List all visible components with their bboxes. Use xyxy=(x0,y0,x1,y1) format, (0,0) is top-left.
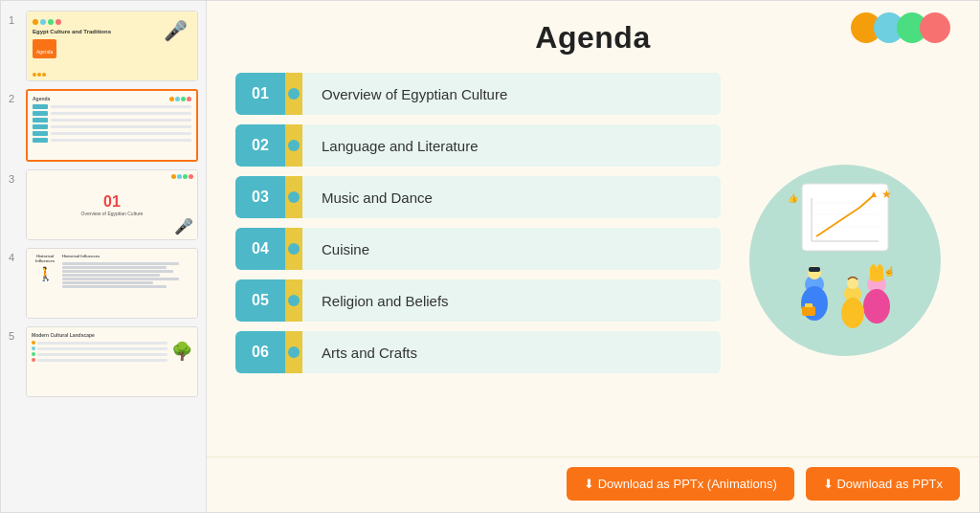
slide-num-3: 3 xyxy=(9,173,20,185)
svg-text:☝️: ☝️ xyxy=(883,265,896,278)
puzzle-icon-1 xyxy=(285,73,302,115)
slide-thumb-1[interactable]: 1 Egypt Culture and Traditions Agenda xyxy=(9,11,198,81)
agenda-label-3: Music and Dance xyxy=(302,176,721,218)
slide5-title: Modern Cultural Landscape xyxy=(32,332,192,338)
agenda-item-1: 01 Overview of Egyptian Culture xyxy=(235,73,721,115)
illustration-circle: ★ 👍 xyxy=(749,165,941,356)
slide-preview-3: 01 Overview of Egyptian Culture 🎤 xyxy=(26,169,198,240)
agenda-num-6: 06 xyxy=(235,331,285,373)
slide-num-5: 5 xyxy=(9,330,20,342)
puzzle-icon-3 xyxy=(285,176,302,218)
svg-rect-25 xyxy=(802,306,815,316)
app-container: 1 Egypt Culture and Traditions Agenda xyxy=(0,0,980,513)
agenda-list: 01 Overview of Egyptian Culture 02 Langu… xyxy=(235,73,721,447)
slide-content: Agenda 01 Overview of Egyptian Culture 0… xyxy=(207,1,979,457)
thumb2-agenda-label: Agenda xyxy=(33,96,50,101)
slide-thumb-4[interactable]: 4 Historical Influences 🚶 Historical Inf… xyxy=(9,248,198,319)
agenda-item-2: 02 Language and Literature xyxy=(235,124,721,167)
slide-preview-1: Egypt Culture and Traditions Agenda 🎤 xyxy=(26,11,198,81)
slide-thumb-3[interactable]: 3 01 Overview of Egyptian Culture 🎤 xyxy=(9,169,198,240)
svg-rect-26 xyxy=(805,303,813,307)
download-animations-button[interactable]: ⬇ Download as PPTx (Animations) xyxy=(567,467,794,501)
slide-num-1: 1 xyxy=(9,14,20,26)
svg-point-7 xyxy=(288,243,300,255)
agenda-item-4: 04 Cuisine xyxy=(235,228,721,270)
svg-point-31 xyxy=(841,298,864,328)
download-pptx-button[interactable]: ⬇ Download as PPTx xyxy=(806,467,960,501)
slide-preview-5: Modern Cultural Landscape 🌳 xyxy=(26,326,198,397)
agenda-label-2: Language and Literature xyxy=(302,124,721,167)
slide4-title: Historical Influences xyxy=(32,254,58,263)
slide4-figure-icon: 🚶 xyxy=(37,266,54,281)
agenda-item-5: 05 Religion and Beliefs xyxy=(235,279,721,322)
deco-circles xyxy=(858,12,950,43)
footer: ⬇ Download as PPTx (Animations) ⬇ Downlo… xyxy=(207,457,979,512)
slide-preview-4: Historical Influences 🚶 Historical Influ… xyxy=(26,248,198,319)
slide-thumb-2[interactable]: 2 Agenda xyxy=(9,89,198,162)
slide-num-2: 2 xyxy=(9,93,20,104)
slide3-text: Overview of Egyptian Culture xyxy=(81,211,144,216)
slide4-label: Historical Influences xyxy=(62,254,192,258)
agenda-item-6: 06 Arts and Crafts xyxy=(235,331,721,373)
puzzle-icon-2 xyxy=(285,124,302,167)
agenda-label-4: Cuisine xyxy=(302,228,721,270)
mic-icon: 🎤 xyxy=(164,19,188,42)
svg-point-28 xyxy=(863,289,890,323)
slide-preview-2: Agenda xyxy=(26,89,198,162)
svg-point-3 xyxy=(288,140,300,151)
slide5-tree-icon: 🌳 xyxy=(171,341,192,362)
svg-point-5 xyxy=(288,191,300,203)
puzzle-icon-6 xyxy=(285,331,302,373)
slide3-num: 01 xyxy=(103,193,121,211)
slide-thumb-5[interactable]: 5 Modern Cultural Landscape 🌳 xyxy=(9,326,198,397)
agenda-num-1: 01 xyxy=(235,73,285,115)
slide1-subtitle: Agenda xyxy=(36,49,53,55)
svg-text:👍: 👍 xyxy=(788,192,799,204)
page-title: Agenda xyxy=(235,20,950,56)
agenda-label-6: Arts and Crafts xyxy=(302,331,721,373)
agenda-label-5: Religion and Beliefs xyxy=(302,279,721,322)
svg-point-1 xyxy=(288,88,300,100)
slide3-figure-icon: 🎤 xyxy=(174,217,193,235)
main-panel: Agenda 01 Overview of Egyptian Culture 0… xyxy=(207,1,979,512)
agenda-label-1: Overview of Egyptian Culture xyxy=(302,73,721,115)
svg-rect-24 xyxy=(809,267,820,272)
svg-point-11 xyxy=(288,346,300,358)
content-row: 01 Overview of Egyptian Culture 02 Langu… xyxy=(235,73,950,447)
agenda-num-3: 03 xyxy=(235,176,285,218)
agenda-num-4: 04 xyxy=(235,228,285,270)
slide-num-4: 4 xyxy=(9,252,20,263)
svg-text:★: ★ xyxy=(881,188,892,201)
slide-panel: 1 Egypt Culture and Traditions Agenda xyxy=(1,1,207,512)
agenda-item-3: 03 Music and Dance xyxy=(235,176,721,218)
svg-point-9 xyxy=(288,295,300,306)
agenda-num-2: 02 xyxy=(235,124,285,167)
agenda-num-5: 05 xyxy=(235,279,285,322)
deco-circle-red xyxy=(920,12,950,43)
puzzle-icon-5 xyxy=(285,279,302,322)
puzzle-icon-4 xyxy=(285,228,302,270)
illustration-svg: ★ 👍 xyxy=(749,165,941,356)
illustration-panel: ★ 👍 xyxy=(740,73,950,447)
